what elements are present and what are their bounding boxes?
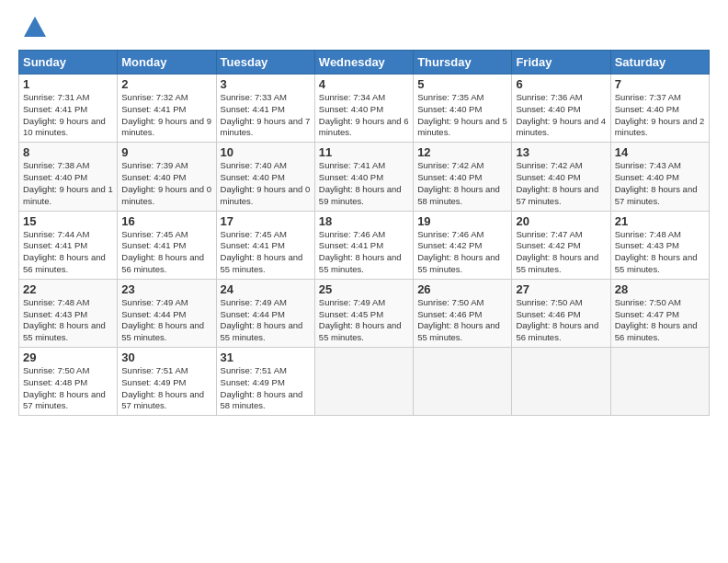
calendar-cell: 10 Sunrise: 7:40 AMSunset: 4:40 PMDaylig… bbox=[216, 143, 314, 211]
day-number: 6 bbox=[516, 77, 606, 91]
day-info: Sunrise: 7:48 AMSunset: 4:43 PMDaylight:… bbox=[615, 229, 698, 274]
day-number: 29 bbox=[23, 350, 113, 364]
day-info: Sunrise: 7:51 AMSunset: 4:49 PMDaylight:… bbox=[121, 365, 204, 410]
calendar-week-row: 15 Sunrise: 7:44 AMSunset: 4:41 PMDaylig… bbox=[19, 211, 710, 279]
day-number: 9 bbox=[121, 145, 211, 159]
calendar-cell: 28 Sunrise: 7:50 AMSunset: 4:47 PMDaylig… bbox=[610, 279, 709, 347]
day-info: Sunrise: 7:39 AMSunset: 4:40 PMDaylight:… bbox=[121, 160, 211, 205]
calendar-week-row: 29 Sunrise: 7:50 AMSunset: 4:48 PMDaylig… bbox=[19, 348, 710, 416]
calendar-cell: 18 Sunrise: 7:46 AMSunset: 4:41 PMDaylig… bbox=[314, 211, 413, 279]
day-number: 15 bbox=[23, 214, 113, 228]
calendar-cell: 31 Sunrise: 7:51 AMSunset: 4:49 PMDaylig… bbox=[216, 348, 314, 416]
calendar-cell: 9 Sunrise: 7:39 AMSunset: 4:40 PMDayligh… bbox=[118, 143, 216, 211]
calendar-cell bbox=[512, 348, 610, 416]
day-number: 30 bbox=[121, 350, 211, 364]
day-number: 20 bbox=[516, 214, 606, 228]
day-info: Sunrise: 7:46 AMSunset: 4:42 PMDaylight:… bbox=[417, 229, 500, 274]
day-number: 23 bbox=[121, 282, 211, 296]
day-number: 10 bbox=[221, 145, 311, 159]
day-info: Sunrise: 7:46 AMSunset: 4:41 PMDaylight:… bbox=[319, 229, 402, 274]
calendar-cell: 24 Sunrise: 7:49 AMSunset: 4:44 PMDaylig… bbox=[216, 279, 314, 347]
day-number: 22 bbox=[23, 282, 113, 296]
day-info: Sunrise: 7:45 AMSunset: 4:41 PMDaylight:… bbox=[221, 229, 303, 274]
calendar-cell: 21 Sunrise: 7:48 AMSunset: 4:43 PMDaylig… bbox=[610, 211, 709, 279]
day-info: Sunrise: 7:38 AMSunset: 4:40 PMDaylight:… bbox=[23, 160, 113, 205]
day-info: Sunrise: 7:48 AMSunset: 4:43 PMDaylight:… bbox=[23, 297, 106, 342]
calendar-header-row: SundayMondayTuesdayWednesdayThursdayFrid… bbox=[19, 51, 710, 75]
calendar-cell bbox=[414, 348, 512, 416]
day-number: 4 bbox=[319, 77, 409, 91]
day-number: 11 bbox=[319, 145, 409, 159]
day-info: Sunrise: 7:34 AMSunset: 4:40 PMDaylight:… bbox=[319, 92, 409, 137]
day-number: 21 bbox=[615, 214, 705, 228]
day-number: 28 bbox=[615, 282, 705, 296]
logo-icon bbox=[22, 15, 48, 40]
calendar-week-row: 1 Sunrise: 7:31 AMSunset: 4:41 PMDayligh… bbox=[19, 75, 710, 143]
calendar-cell: 15 Sunrise: 7:44 AMSunset: 4:41 PMDaylig… bbox=[19, 211, 118, 279]
calendar-day-header: Thursday bbox=[414, 51, 512, 75]
day-info: Sunrise: 7:49 AMSunset: 4:44 PMDaylight:… bbox=[221, 297, 303, 342]
calendar-cell: 4 Sunrise: 7:34 AMSunset: 4:40 PMDayligh… bbox=[314, 75, 413, 143]
calendar-cell bbox=[610, 348, 709, 416]
day-info: Sunrise: 7:50 AMSunset: 4:47 PMDaylight:… bbox=[615, 297, 698, 342]
day-number: 24 bbox=[221, 282, 311, 296]
day-number: 19 bbox=[417, 214, 507, 228]
day-number: 14 bbox=[615, 145, 705, 159]
calendar-cell: 6 Sunrise: 7:36 AMSunset: 4:40 PMDayligh… bbox=[512, 75, 610, 143]
calendar-cell: 8 Sunrise: 7:38 AMSunset: 4:40 PMDayligh… bbox=[19, 143, 118, 211]
day-number: 26 bbox=[417, 282, 507, 296]
day-number: 31 bbox=[221, 350, 311, 364]
day-info: Sunrise: 7:37 AMSunset: 4:40 PMDaylight:… bbox=[615, 92, 705, 137]
day-number: 16 bbox=[121, 214, 211, 228]
day-info: Sunrise: 7:44 AMSunset: 4:41 PMDaylight:… bbox=[23, 229, 106, 274]
calendar-cell: 7 Sunrise: 7:37 AMSunset: 4:40 PMDayligh… bbox=[610, 75, 709, 143]
calendar-cell: 13 Sunrise: 7:42 AMSunset: 4:40 PMDaylig… bbox=[512, 143, 610, 211]
calendar-cell: 16 Sunrise: 7:45 AMSunset: 4:41 PMDaylig… bbox=[118, 211, 216, 279]
calendar-day-header: Monday bbox=[118, 51, 216, 75]
day-info: Sunrise: 7:50 AMSunset: 4:48 PMDaylight:… bbox=[23, 365, 106, 410]
calendar-cell: 5 Sunrise: 7:35 AMSunset: 4:40 PMDayligh… bbox=[414, 75, 512, 143]
calendar-cell: 25 Sunrise: 7:49 AMSunset: 4:45 PMDaylig… bbox=[314, 279, 413, 347]
calendar-day-header: Friday bbox=[512, 51, 610, 75]
day-number: 1 bbox=[23, 77, 113, 91]
calendar-cell: 11 Sunrise: 7:41 AMSunset: 4:40 PMDaylig… bbox=[314, 143, 413, 211]
day-info: Sunrise: 7:47 AMSunset: 4:42 PMDaylight:… bbox=[516, 229, 598, 274]
day-number: 3 bbox=[221, 77, 311, 91]
calendar-week-row: 8 Sunrise: 7:38 AMSunset: 4:40 PMDayligh… bbox=[19, 143, 710, 211]
calendar-body: 1 Sunrise: 7:31 AMSunset: 4:41 PMDayligh… bbox=[19, 75, 710, 416]
day-info: Sunrise: 7:50 AMSunset: 4:46 PMDaylight:… bbox=[516, 297, 598, 342]
calendar-cell: 26 Sunrise: 7:50 AMSunset: 4:46 PMDaylig… bbox=[414, 279, 512, 347]
day-number: 25 bbox=[319, 282, 409, 296]
calendar-day-header: Saturday bbox=[610, 51, 709, 75]
calendar-cell: 3 Sunrise: 7:33 AMSunset: 4:41 PMDayligh… bbox=[216, 75, 314, 143]
day-info: Sunrise: 7:41 AMSunset: 4:40 PMDaylight:… bbox=[319, 160, 402, 205]
logo bbox=[18, 15, 48, 40]
calendar-cell: 23 Sunrise: 7:49 AMSunset: 4:44 PMDaylig… bbox=[118, 279, 216, 347]
day-info: Sunrise: 7:31 AMSunset: 4:41 PMDaylight:… bbox=[23, 92, 106, 137]
calendar-cell: 30 Sunrise: 7:51 AMSunset: 4:49 PMDaylig… bbox=[118, 348, 216, 416]
svg-marker-0 bbox=[24, 17, 46, 37]
day-info: Sunrise: 7:51 AMSunset: 4:49 PMDaylight:… bbox=[221, 365, 303, 410]
day-number: 2 bbox=[121, 77, 211, 91]
day-info: Sunrise: 7:43 AMSunset: 4:40 PMDaylight:… bbox=[615, 160, 698, 205]
day-info: Sunrise: 7:36 AMSunset: 4:40 PMDaylight:… bbox=[516, 92, 606, 137]
day-info: Sunrise: 7:32 AMSunset: 4:41 PMDaylight:… bbox=[121, 92, 211, 137]
calendar-cell: 12 Sunrise: 7:42 AMSunset: 4:40 PMDaylig… bbox=[414, 143, 512, 211]
day-number: 13 bbox=[516, 145, 606, 159]
calendar-cell: 22 Sunrise: 7:48 AMSunset: 4:43 PMDaylig… bbox=[19, 279, 118, 347]
day-info: Sunrise: 7:42 AMSunset: 4:40 PMDaylight:… bbox=[417, 160, 500, 205]
day-number: 12 bbox=[417, 145, 507, 159]
calendar-cell: 14 Sunrise: 7:43 AMSunset: 4:40 PMDaylig… bbox=[610, 143, 709, 211]
calendar-cell: 29 Sunrise: 7:50 AMSunset: 4:48 PMDaylig… bbox=[19, 348, 118, 416]
day-info: Sunrise: 7:35 AMSunset: 4:40 PMDaylight:… bbox=[417, 92, 507, 137]
day-info: Sunrise: 7:45 AMSunset: 4:41 PMDaylight:… bbox=[121, 229, 204, 274]
day-number: 27 bbox=[516, 282, 606, 296]
day-info: Sunrise: 7:40 AMSunset: 4:40 PMDaylight:… bbox=[221, 160, 311, 205]
calendar-day-header: Wednesday bbox=[314, 51, 413, 75]
day-number: 7 bbox=[615, 77, 705, 91]
page: SundayMondayTuesdayWednesdayThursdayFrid… bbox=[0, 0, 728, 425]
calendar-cell: 20 Sunrise: 7:47 AMSunset: 4:42 PMDaylig… bbox=[512, 211, 610, 279]
calendar: SundayMondayTuesdayWednesdayThursdayFrid… bbox=[18, 50, 710, 416]
calendar-day-header: Sunday bbox=[19, 51, 118, 75]
calendar-cell: 19 Sunrise: 7:46 AMSunset: 4:42 PMDaylig… bbox=[414, 211, 512, 279]
